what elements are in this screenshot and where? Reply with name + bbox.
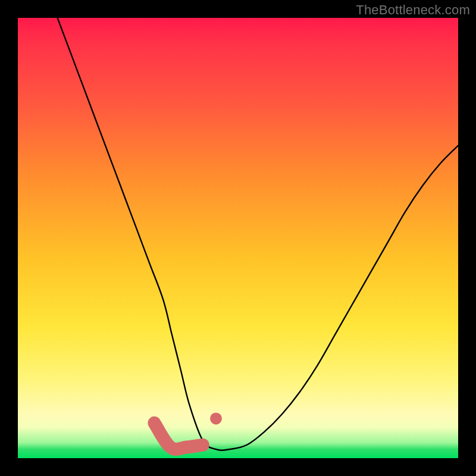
marker-dot	[210, 412, 222, 424]
chart-frame: TheBottleneck.com	[0, 0, 476, 476]
watermark-text: TheBottleneck.com	[356, 2, 470, 18]
chart-overlay	[18, 18, 458, 458]
bottleneck-curve	[58, 18, 458, 450]
marker-worm	[154, 423, 202, 449]
